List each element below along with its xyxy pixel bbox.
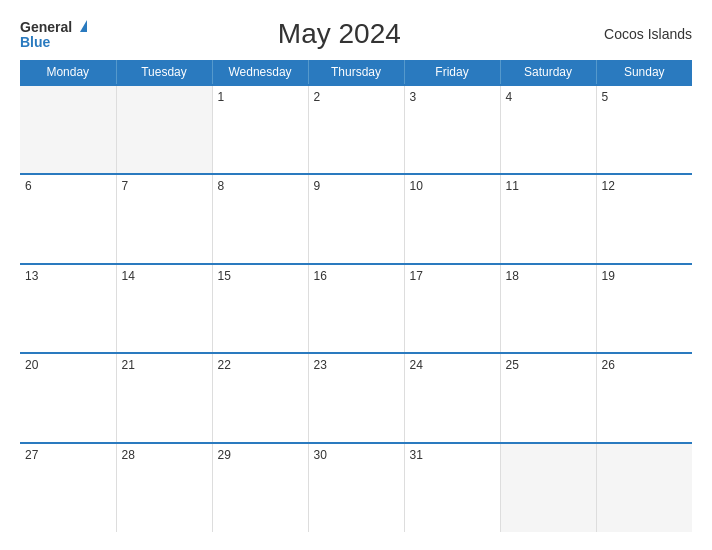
day-cell-11: 11 — [500, 174, 596, 263]
header-monday: Monday — [20, 60, 116, 85]
day-cell-23: 23 — [308, 353, 404, 442]
day-cell-1: 1 — [212, 85, 308, 174]
week-row-3: 13 14 15 16 17 18 19 — [20, 264, 692, 353]
day-cell-30: 30 — [308, 443, 404, 532]
week-row-1: 1 2 3 4 5 — [20, 85, 692, 174]
day-number: 14 — [122, 269, 135, 283]
day-number: 20 — [25, 358, 38, 372]
calendar-table: Monday Tuesday Wednesday Thursday Friday… — [20, 60, 692, 532]
day-number: 7 — [122, 179, 129, 193]
week-row-2: 6 7 8 9 10 11 12 — [20, 174, 692, 263]
day-cell-6: 6 — [20, 174, 116, 263]
day-number: 8 — [218, 179, 225, 193]
day-number: 25 — [506, 358, 519, 372]
day-number: 2 — [314, 90, 321, 104]
day-cell-26: 26 — [596, 353, 692, 442]
day-number: 1 — [218, 90, 225, 104]
logo-general-text: General — [20, 19, 72, 35]
day-cell-16: 16 — [308, 264, 404, 353]
week-row-4: 20 21 22 23 24 25 26 — [20, 353, 692, 442]
day-cell-22: 22 — [212, 353, 308, 442]
day-number: 3 — [410, 90, 417, 104]
header-saturday: Saturday — [500, 60, 596, 85]
day-number: 15 — [218, 269, 231, 283]
day-number: 22 — [218, 358, 231, 372]
day-number: 31 — [410, 448, 423, 462]
day-number: 17 — [410, 269, 423, 283]
day-cell-27: 27 — [20, 443, 116, 532]
header-tuesday: Tuesday — [116, 60, 212, 85]
day-cell-5: 5 — [596, 85, 692, 174]
day-cell-8: 8 — [212, 174, 308, 263]
day-cell-4: 4 — [500, 85, 596, 174]
day-number: 21 — [122, 358, 135, 372]
day-cell-28: 28 — [116, 443, 212, 532]
day-number: 19 — [602, 269, 615, 283]
day-number: 9 — [314, 179, 321, 193]
day-number: 26 — [602, 358, 615, 372]
day-number: 6 — [25, 179, 32, 193]
day-cell-13: 13 — [20, 264, 116, 353]
day-number: 10 — [410, 179, 423, 193]
day-number: 16 — [314, 269, 327, 283]
day-cell-20: 20 — [20, 353, 116, 442]
logo-triangle-icon — [80, 20, 87, 32]
day-number: 27 — [25, 448, 38, 462]
page-header: General Blue May 2024 Cocos Islands — [20, 18, 692, 50]
day-cell-empty — [20, 85, 116, 174]
header-friday: Friday — [404, 60, 500, 85]
calendar-body: 1 2 3 4 5 6 7 8 9 10 11 12 13 14 15 16 — [20, 85, 692, 532]
header-thursday: Thursday — [308, 60, 404, 85]
month-title: May 2024 — [87, 18, 592, 50]
day-number: 5 — [602, 90, 609, 104]
header-sunday: Sunday — [596, 60, 692, 85]
day-cell-9: 9 — [308, 174, 404, 263]
day-cell-12: 12 — [596, 174, 692, 263]
day-number: 28 — [122, 448, 135, 462]
day-cell-2: 2 — [308, 85, 404, 174]
day-cell-empty — [596, 443, 692, 532]
day-number: 24 — [410, 358, 423, 372]
day-cell-3: 3 — [404, 85, 500, 174]
day-cell-25: 25 — [500, 353, 596, 442]
day-cell-14: 14 — [116, 264, 212, 353]
day-cell-21: 21 — [116, 353, 212, 442]
day-number: 11 — [506, 179, 519, 193]
day-number: 13 — [25, 269, 38, 283]
day-number: 29 — [218, 448, 231, 462]
day-cell-7: 7 — [116, 174, 212, 263]
day-number: 12 — [602, 179, 615, 193]
day-cell-empty — [116, 85, 212, 174]
logo-top: General — [20, 19, 87, 35]
day-cell-18: 18 — [500, 264, 596, 353]
day-number: 23 — [314, 358, 327, 372]
logo-blue-text: Blue — [20, 35, 87, 49]
day-cell-10: 10 — [404, 174, 500, 263]
day-cell-17: 17 — [404, 264, 500, 353]
day-number: 30 — [314, 448, 327, 462]
day-number: 4 — [506, 90, 513, 104]
logo: General Blue — [20, 19, 87, 49]
day-cell-15: 15 — [212, 264, 308, 353]
day-cell-empty — [500, 443, 596, 532]
day-cell-24: 24 — [404, 353, 500, 442]
header-wednesday: Wednesday — [212, 60, 308, 85]
day-cell-29: 29 — [212, 443, 308, 532]
country-label: Cocos Islands — [592, 26, 692, 42]
week-row-5: 27 28 29 30 31 — [20, 443, 692, 532]
day-number: 18 — [506, 269, 519, 283]
day-cell-31: 31 — [404, 443, 500, 532]
day-cell-19: 19 — [596, 264, 692, 353]
calendar-page: General Blue May 2024 Cocos Islands Mond… — [0, 0, 712, 550]
days-header-row: Monday Tuesday Wednesday Thursday Friday… — [20, 60, 692, 85]
